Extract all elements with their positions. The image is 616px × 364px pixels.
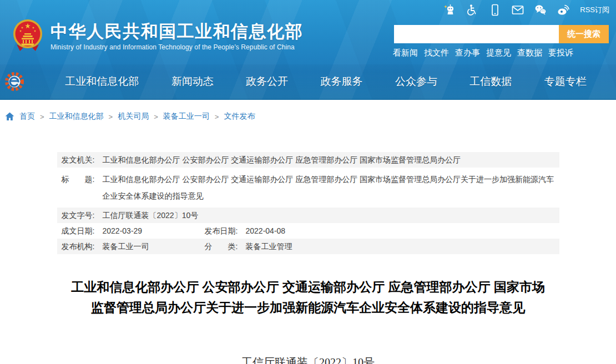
mascot-icon[interactable] — [443, 4, 456, 16]
article-title-line1: 工业和信息化部办公厅 公安部办公厅 交通运输部办公厅 应急管理部办公厅 国家市场 — [0, 277, 616, 297]
meta-value-doc-number: 工信厅联通装〔2022〕10号 — [103, 210, 555, 221]
article-title-line2: 监督管理总局办公厅关于进一步加强新能源汽车企业安全体系建设的指导意见 — [0, 297, 616, 318]
weibo-icon[interactable] — [557, 4, 569, 16]
quick-link-files[interactable]: 找文件 — [424, 48, 449, 58]
meta-pair-publisher: 发布机构: 装备工业一司 — [62, 241, 205, 252]
main-nav: 工业和信息化部 新闻动态 政务公开 政务服务 公众参与 工信数据 专题专栏 — [0, 64, 616, 100]
meta-row-issuer: 发文机关: 工业和信息化部办公厅 公安部办公厅 交通运输部办公厅 应急管理部办公… — [57, 152, 559, 168]
nav-items: 工业和信息化部 新闻动态 政务公开 政务服务 公众参与 工信数据 专题专栏 — [24, 74, 616, 89]
mail-icon[interactable] — [512, 4, 524, 16]
breadcrumb-separator: > — [215, 113, 219, 121]
miit-gear-logo-icon[interactable] — [4, 72, 24, 92]
search-bar: 统一搜索 — [394, 25, 609, 43]
site-subtitle: Ministry of Industry and Information Tec… — [51, 43, 303, 51]
document-meta-table: 发文机关: 工业和信息化部办公厅 公安部办公厅 交通运输部办公厅 应急管理部办公… — [57, 152, 559, 254]
meta-label-title: 标 题: — [62, 171, 98, 188]
site-header: RSS订阅 中华人民共和国工业和信息化部 Min — [0, 0, 616, 100]
meta-label-publish-date: 发布日期: — [205, 225, 241, 236]
quick-links: 看新闻 找文件 查办事 提意见 查数据 要投诉 — [393, 48, 573, 58]
breadcrumb: 首页 > 工业和信息化部 > 机关司局 > 装备工业一司 > 文件发布 — [0, 100, 616, 122]
mobile-icon[interactable] — [489, 4, 501, 16]
nav-item-news[interactable]: 新闻动态 — [171, 74, 214, 89]
meta-row-dates: 成文日期: 2022-03-29 发布日期: 2022-04-08 — [57, 223, 559, 239]
breadcrumb-separator: > — [154, 113, 158, 121]
home-icon[interactable] — [5, 112, 14, 121]
meta-value-title: 工业和信息化部办公厅 公安部办公厅 交通运输部办公厅 应急管理部办公厅 国家市场… — [103, 171, 555, 204]
breadcrumb-separator: > — [40, 113, 44, 121]
site-title: 中华人民共和国工业和信息化部 — [51, 22, 303, 42]
meta-value-written-date: 2022-03-29 — [103, 225, 205, 236]
meta-row-doc-number: 发文字号: 工信厅联通装〔2022〕10号 — [57, 208, 559, 223]
breadcrumb-item-document-release[interactable]: 文件发布 — [224, 112, 255, 122]
wechat-icon[interactable] — [534, 4, 547, 16]
nav-item-gov-disclosure[interactable]: 政务公开 — [246, 74, 288, 89]
meta-row-title: 标 题: 工业和信息化部办公厅 公安部办公厅 交通运输部办公厅 应急管理部办公厅… — [57, 168, 559, 208]
breadcrumb-item-home[interactable]: 首页 — [19, 112, 35, 122]
quick-link-news[interactable]: 看新闻 — [393, 48, 418, 58]
quick-link-data[interactable]: 查数据 — [517, 48, 542, 58]
nav-item-gov-services[interactable]: 政务服务 — [320, 74, 362, 89]
meta-value-issuer: 工业和信息化部办公厅 公安部办公厅 交通运输部办公厅 应急管理部办公厅 国家市场… — [103, 154, 555, 165]
nav-item-special-topics[interactable]: 专题专栏 — [544, 74, 587, 89]
quick-link-feedback[interactable]: 提意见 — [486, 48, 511, 58]
meta-label-issuer: 发文机关: — [62, 154, 98, 165]
national-emblem-icon — [12, 19, 43, 53]
article-doc-number: 工信厅联通装〔2022〕10号 — [0, 355, 616, 364]
meta-row-publisher: 发布机构: 装备工业一司 分 类: 装备工业管理 — [57, 239, 559, 254]
meta-value-publish-date: 2022-04-08 — [246, 225, 286, 236]
meta-label-publisher: 发布机构: — [62, 241, 98, 252]
rss-subscribe-link[interactable]: RSS订阅 — [580, 5, 609, 15]
meta-label-doc-number: 发文字号: — [62, 210, 98, 221]
site-brand[interactable]: 中华人民共和国工业和信息化部 Ministry of Industry and … — [12, 19, 303, 53]
breadcrumb-separator: > — [109, 113, 113, 121]
meta-pair-written-date: 成文日期: 2022-03-29 — [62, 225, 205, 236]
nav-item-industry-data[interactable]: 工信数据 — [469, 74, 512, 89]
brand-text: 中华人民共和国工业和信息化部 Ministry of Industry and … — [51, 22, 303, 51]
quick-link-services[interactable]: 查办事 — [455, 48, 480, 58]
nav-item-miit[interactable]: 工业和信息化部 — [65, 74, 139, 89]
meta-value-publisher: 装备工业一司 — [103, 241, 205, 252]
meta-label-written-date: 成文日期: — [62, 225, 98, 236]
meta-value-category: 装备工业管理 — [246, 241, 292, 252]
accessibility-icon[interactable] — [466, 4, 478, 16]
meta-label-category: 分 类: — [205, 241, 241, 252]
nav-item-public-participation[interactable]: 公众参与 — [395, 74, 437, 89]
article-title: 工业和信息化部办公厅 公安部办公厅 交通运输部办公厅 应急管理部办公厅 国家市场… — [0, 277, 616, 318]
breadcrumb-item-equipment-dept[interactable]: 装备工业一司 — [163, 112, 210, 122]
unified-search-button[interactable]: 统一搜索 — [559, 25, 609, 43]
topbar: RSS订阅 — [443, 4, 609, 16]
quick-link-complaint[interactable]: 要投诉 — [548, 48, 573, 58]
meta-pair-publish-date: 发布日期: 2022-04-08 — [205, 225, 286, 236]
breadcrumb-item-miit[interactable]: 工业和信息化部 — [49, 112, 104, 122]
breadcrumb-item-departments[interactable]: 机关司局 — [118, 112, 149, 122]
search-input[interactable] — [394, 25, 559, 43]
meta-pair-category: 分 类: 装备工业管理 — [205, 241, 292, 252]
